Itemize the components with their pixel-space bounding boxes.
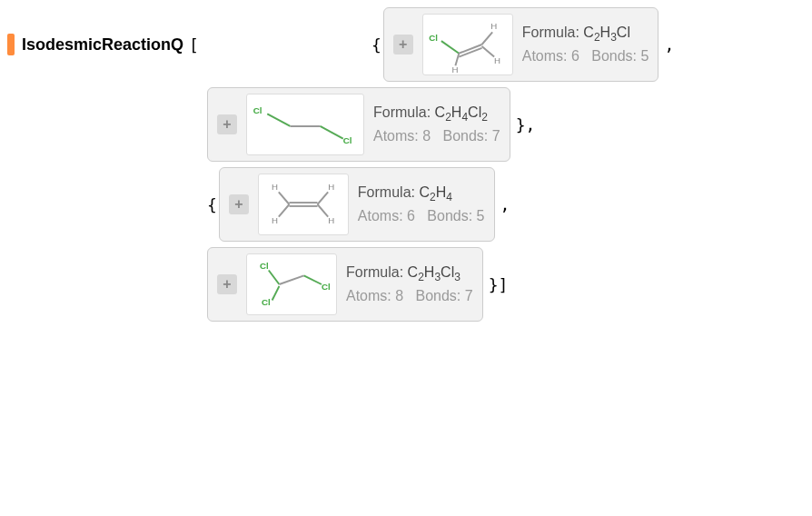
svg-text:Cl: Cl	[253, 105, 262, 115]
molecule-structure: H H H H	[258, 174, 349, 235]
atoms-value: 8	[422, 128, 431, 144]
svg-line-17	[279, 192, 290, 204]
bonds-label: Bonds:	[591, 48, 637, 64]
svg-text:H: H	[494, 55, 500, 65]
molecule-card-c2h4[interactable]: + H H H H Formula: C2H4 Atoms: 6	[219, 167, 495, 242]
formula-row: Formula: C2H3Cl	[522, 25, 649, 44]
svg-line-1	[441, 41, 459, 54]
expand-icon[interactable]: +	[217, 114, 237, 134]
svg-text:Cl: Cl	[429, 33, 438, 43]
formula-row: Formula: C2H4Cl2	[373, 104, 500, 124]
formula-label: Formula:	[358, 184, 415, 200]
svg-line-28	[272, 286, 280, 301]
code-line-4: + Cl Cl Cl Formula: C2H3Cl3 Atoms: 8 Bon	[7, 247, 805, 322]
svg-text:H: H	[272, 215, 278, 225]
svg-text:Cl: Cl	[262, 297, 271, 307]
atoms-value: 6	[571, 48, 579, 64]
close-brace-products: }]	[489, 275, 509, 294]
stats-row: Atoms: 8 Bonds: 7	[346, 288, 473, 304]
svg-text:H: H	[328, 215, 334, 225]
close-brace-reactants: },	[516, 115, 536, 134]
open-brace-reactants: {	[371, 35, 381, 55]
bonds-value: 5	[641, 48, 649, 64]
molecule-info: Formula: C2H4Cl2 Atoms: 8 Bonds: 7	[373, 104, 500, 144]
stats-row: Atoms: 8 Bonds: 7	[373, 128, 500, 144]
svg-line-13	[321, 126, 343, 139]
atoms-label: Atoms:	[358, 208, 403, 223]
molecule-info: Formula: C2H3Cl3 Atoms: 8 Bonds: 7	[346, 264, 473, 303]
molecule-structure: Cl Cl Cl	[246, 253, 337, 315]
formula-value: C2H4	[419, 184, 452, 200]
svg-text:H: H	[272, 182, 278, 192]
svg-text:Cl: Cl	[322, 282, 331, 292]
svg-line-23	[317, 204, 328, 217]
atoms-value: 8	[395, 288, 403, 303]
svg-line-19	[279, 204, 290, 217]
molecule-card-c2h3cl[interactable]: + Cl H H H Formula: C2H3Cl Atoms:	[383, 7, 659, 82]
molecule-info: Formula: C2H3Cl Atoms: 6 Bonds: 5	[522, 25, 649, 64]
function-name-box[interactable]: IsodesmicReactionQ	[16, 34, 189, 56]
bonds-value: 7	[492, 128, 500, 144]
open-bracket-reaction: [	[189, 35, 199, 55]
svg-text:H: H	[451, 64, 458, 74]
expand-icon[interactable]: +	[393, 35, 413, 55]
svg-text:H: H	[490, 21, 497, 31]
formula-label: Formula:	[522, 25, 579, 40]
atoms-label: Atoms:	[373, 128, 419, 144]
formula-label: Formula:	[346, 264, 403, 280]
function-name: IsodesmicReactionQ	[22, 35, 183, 55]
atoms-label: Atoms:	[346, 288, 391, 303]
svg-line-26	[269, 270, 280, 284]
molecule-card-c2h4cl2[interactable]: + Cl Cl Formula: C2H4Cl2 Atoms: 8 Bonds:…	[207, 87, 510, 162]
atoms-label: Atoms:	[522, 48, 568, 64]
formula-value: C2H3Cl3	[408, 264, 460, 280]
svg-text:Cl: Cl	[343, 135, 352, 145]
formula-row: Formula: C2H3Cl3	[346, 264, 473, 283]
formula-row: Formula: C2H4	[358, 184, 485, 203]
svg-line-30	[304, 275, 322, 284]
svg-line-11	[267, 114, 290, 126]
svg-line-8	[481, 46, 494, 57]
stats-row: Atoms: 6 Bonds: 5	[522, 48, 649, 64]
formula-label: Formula:	[373, 104, 431, 120]
code-line-1: IsodesmicReactionQ [ { + Cl H H H Formul…	[7, 7, 805, 82]
comma: ,	[500, 195, 510, 214]
svg-text:H: H	[328, 182, 334, 192]
svg-line-29	[279, 275, 303, 284]
formula-value: C2H3Cl	[583, 25, 630, 40]
bonds-label: Bonds:	[443, 128, 489, 144]
molecule-structure: Cl H H H	[422, 14, 513, 75]
code-line-2: + Cl Cl Formula: C2H4Cl2 Atoms: 8 Bonds:…	[7, 87, 805, 162]
bonds-value: 7	[465, 288, 473, 303]
svg-line-21	[317, 192, 328, 204]
expand-icon[interactable]: +	[217, 274, 237, 294]
bonds-label: Bonds:	[427, 208, 472, 223]
open-brace-products: {	[207, 195, 217, 214]
molecule-card-c2h3cl3[interactable]: + Cl Cl Cl Formula: C2H3Cl3 Atoms: 8 Bon	[207, 247, 483, 322]
bonds-label: Bonds:	[416, 288, 461, 303]
molecule-structure: Cl Cl	[246, 94, 364, 155]
formula-value: C2H4Cl2	[435, 104, 488, 120]
atoms-value: 6	[407, 208, 415, 223]
bonds-value: 5	[477, 208, 485, 223]
svg-text:Cl: Cl	[260, 261, 269, 271]
resource-function-badge	[7, 34, 15, 55]
stats-row: Atoms: 6 Bonds: 5	[358, 208, 485, 224]
comma: ,	[664, 35, 674, 55]
code-line-3: { + H H H H Formula: C2H4 Atoms:	[7, 167, 805, 242]
molecule-info: Formula: C2H4 Atoms: 6 Bonds: 5	[358, 184, 485, 223]
svg-line-6	[481, 32, 492, 45]
expand-icon[interactable]: +	[229, 194, 249, 214]
